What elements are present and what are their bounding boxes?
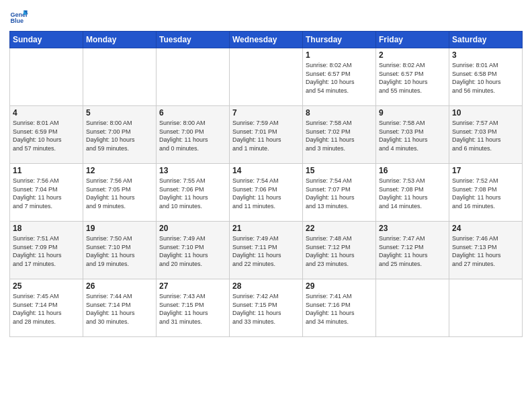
day-info: Sunrise: 7:53 AM Sunset: 7:08 PM Dayligh… bbox=[379, 177, 446, 210]
calendar-cell: 24Sunrise: 7:46 AM Sunset: 7:13 PM Dayli… bbox=[449, 222, 523, 279]
calendar-cell: 10Sunrise: 7:57 AM Sunset: 7:03 PM Dayli… bbox=[449, 106, 523, 164]
page-container: General Blue SundayMondayTuesdayWednesda… bbox=[0, 0, 532, 411]
calendar-cell: 3Sunrise: 8:01 AM Sunset: 6:58 PM Daylig… bbox=[449, 48, 523, 106]
day-number: 1 bbox=[306, 50, 373, 60]
calendar-cell: 8Sunrise: 7:58 AM Sunset: 7:02 PM Daylig… bbox=[303, 106, 376, 164]
day-number: 3 bbox=[452, 50, 519, 60]
day-info: Sunrise: 7:54 AM Sunset: 7:07 PM Dayligh… bbox=[306, 177, 373, 210]
day-number: 25 bbox=[13, 281, 80, 291]
day-number: 6 bbox=[159, 108, 226, 118]
day-number: 10 bbox=[452, 108, 519, 118]
day-info: Sunrise: 7:42 AM Sunset: 7:15 PM Dayligh… bbox=[232, 292, 300, 326]
day-number: 14 bbox=[232, 166, 300, 175]
day-number: 2 bbox=[379, 50, 446, 60]
day-number: 8 bbox=[306, 108, 373, 118]
calendar-cell: 7Sunrise: 7:59 AM Sunset: 7:01 PM Daylig… bbox=[230, 106, 303, 164]
calendar-dow-friday: Friday bbox=[376, 32, 449, 48]
calendar-week-2: 11Sunrise: 7:56 AM Sunset: 7:04 PM Dayli… bbox=[10, 164, 523, 222]
day-number: 21 bbox=[232, 224, 300, 233]
logo: General Blue bbox=[9, 8, 31, 27]
calendar-header-row: SundayMondayTuesdayWednesdayThursdayFrid… bbox=[10, 32, 523, 48]
day-number: 27 bbox=[159, 281, 226, 291]
day-info: Sunrise: 7:49 AM Sunset: 7:10 PM Dayligh… bbox=[159, 234, 226, 268]
day-number: 28 bbox=[232, 281, 300, 291]
calendar-cell: 4Sunrise: 8:01 AM Sunset: 6:59 PM Daylig… bbox=[10, 106, 83, 164]
calendar-cell: 29Sunrise: 7:41 AM Sunset: 7:16 PM Dayli… bbox=[303, 279, 376, 337]
day-number: 11 bbox=[13, 166, 80, 175]
calendar-cell bbox=[83, 48, 157, 106]
day-info: Sunrise: 7:48 AM Sunset: 7:12 PM Dayligh… bbox=[306, 234, 373, 268]
calendar-cell: 12Sunrise: 7:56 AM Sunset: 7:05 PM Dayli… bbox=[83, 164, 157, 222]
day-info: Sunrise: 7:54 AM Sunset: 7:06 PM Dayligh… bbox=[232, 177, 300, 210]
calendar-cell: 22Sunrise: 7:48 AM Sunset: 7:12 PM Dayli… bbox=[303, 222, 376, 279]
calendar-dow-wednesday: Wednesday bbox=[230, 32, 303, 48]
day-info: Sunrise: 8:00 AM Sunset: 7:00 PM Dayligh… bbox=[86, 119, 153, 152]
day-info: Sunrise: 7:52 AM Sunset: 7:08 PM Dayligh… bbox=[452, 177, 519, 210]
day-number: 5 bbox=[86, 108, 153, 118]
logo-icon: General Blue bbox=[9, 8, 28, 27]
day-info: Sunrise: 8:02 AM Sunset: 6:57 PM Dayligh… bbox=[379, 61, 446, 95]
calendar-cell: 27Sunrise: 7:43 AM Sunset: 7:15 PM Dayli… bbox=[157, 279, 230, 337]
calendar-cell: 13Sunrise: 7:55 AM Sunset: 7:06 PM Dayli… bbox=[157, 164, 230, 222]
calendar-dow-monday: Monday bbox=[83, 32, 157, 48]
day-number: 18 bbox=[13, 224, 80, 233]
calendar-cell: 25Sunrise: 7:45 AM Sunset: 7:14 PM Dayli… bbox=[10, 279, 83, 337]
calendar-cell: 11Sunrise: 7:56 AM Sunset: 7:04 PM Dayli… bbox=[10, 164, 83, 222]
day-number: 13 bbox=[159, 166, 226, 175]
calendar-cell: 5Sunrise: 8:00 AM Sunset: 7:00 PM Daylig… bbox=[83, 106, 157, 164]
day-info: Sunrise: 7:49 AM Sunset: 7:11 PM Dayligh… bbox=[232, 234, 300, 268]
calendar-week-3: 18Sunrise: 7:51 AM Sunset: 7:09 PM Dayli… bbox=[10, 222, 523, 279]
calendar-week-4: 25Sunrise: 7:45 AM Sunset: 7:14 PM Dayli… bbox=[10, 279, 523, 337]
day-info: Sunrise: 7:55 AM Sunset: 7:06 PM Dayligh… bbox=[159, 177, 226, 210]
calendar-dow-sunday: Sunday bbox=[10, 32, 83, 48]
calendar-cell bbox=[157, 48, 230, 106]
day-info: Sunrise: 8:01 AM Sunset: 6:58 PM Dayligh… bbox=[452, 61, 519, 95]
calendar-cell: 21Sunrise: 7:49 AM Sunset: 7:11 PM Dayli… bbox=[230, 222, 303, 279]
calendar-cell bbox=[376, 279, 449, 337]
calendar-table: SundayMondayTuesdayWednesdayThursdayFrid… bbox=[9, 31, 523, 337]
day-number: 15 bbox=[306, 166, 373, 175]
day-info: Sunrise: 8:02 AM Sunset: 6:57 PM Dayligh… bbox=[306, 61, 373, 95]
day-info: Sunrise: 7:58 AM Sunset: 7:03 PM Dayligh… bbox=[379, 119, 446, 152]
day-info: Sunrise: 7:50 AM Sunset: 7:10 PM Dayligh… bbox=[86, 234, 153, 268]
day-info: Sunrise: 7:56 AM Sunset: 7:04 PM Dayligh… bbox=[13, 177, 80, 210]
day-info: Sunrise: 8:01 AM Sunset: 6:59 PM Dayligh… bbox=[13, 119, 80, 152]
calendar-cell: 28Sunrise: 7:42 AM Sunset: 7:15 PM Dayli… bbox=[230, 279, 303, 337]
calendar-cell: 26Sunrise: 7:44 AM Sunset: 7:14 PM Dayli… bbox=[83, 279, 157, 337]
day-number: 12 bbox=[86, 166, 153, 175]
calendar-week-0: 1Sunrise: 8:02 AM Sunset: 6:57 PM Daylig… bbox=[10, 48, 523, 106]
calendar-cell: 20Sunrise: 7:49 AM Sunset: 7:10 PM Dayli… bbox=[157, 222, 230, 279]
day-info: Sunrise: 7:47 AM Sunset: 7:12 PM Dayligh… bbox=[379, 234, 446, 268]
day-info: Sunrise: 7:46 AM Sunset: 7:13 PM Dayligh… bbox=[452, 234, 519, 268]
day-info: Sunrise: 7:43 AM Sunset: 7:15 PM Dayligh… bbox=[159, 292, 226, 326]
day-number: 22 bbox=[306, 224, 373, 233]
day-number: 26 bbox=[86, 281, 153, 291]
day-number: 16 bbox=[379, 166, 446, 175]
calendar-cell: 6Sunrise: 8:00 AM Sunset: 7:00 PM Daylig… bbox=[157, 106, 230, 164]
calendar-dow-tuesday: Tuesday bbox=[157, 32, 230, 48]
day-info: Sunrise: 7:51 AM Sunset: 7:09 PM Dayligh… bbox=[13, 234, 80, 268]
calendar-cell bbox=[449, 279, 523, 337]
calendar-dow-saturday: Saturday bbox=[449, 32, 523, 48]
calendar-cell: 19Sunrise: 7:50 AM Sunset: 7:10 PM Dayli… bbox=[83, 222, 157, 279]
calendar-cell: 9Sunrise: 7:58 AM Sunset: 7:03 PM Daylig… bbox=[376, 106, 449, 164]
svg-text:Blue: Blue bbox=[10, 17, 24, 24]
day-number: 23 bbox=[379, 224, 446, 233]
day-number: 19 bbox=[86, 224, 153, 233]
day-info: Sunrise: 7:59 AM Sunset: 7:01 PM Dayligh… bbox=[232, 119, 300, 152]
calendar-cell bbox=[10, 48, 83, 106]
calendar-week-1: 4Sunrise: 8:01 AM Sunset: 6:59 PM Daylig… bbox=[10, 106, 523, 164]
calendar-cell: 23Sunrise: 7:47 AM Sunset: 7:12 PM Dayli… bbox=[376, 222, 449, 279]
calendar-cell: 1Sunrise: 8:02 AM Sunset: 6:57 PM Daylig… bbox=[303, 48, 376, 106]
day-number: 4 bbox=[13, 108, 80, 118]
day-number: 7 bbox=[232, 108, 300, 118]
calendar-cell: 17Sunrise: 7:52 AM Sunset: 7:08 PM Dayli… bbox=[449, 164, 523, 222]
calendar-cell: 15Sunrise: 7:54 AM Sunset: 7:07 PM Dayli… bbox=[303, 164, 376, 222]
day-number: 17 bbox=[452, 166, 519, 175]
calendar-dow-thursday: Thursday bbox=[303, 32, 376, 48]
calendar-cell: 2Sunrise: 8:02 AM Sunset: 6:57 PM Daylig… bbox=[376, 48, 449, 106]
day-number: 29 bbox=[306, 281, 373, 291]
calendar-cell: 14Sunrise: 7:54 AM Sunset: 7:06 PM Dayli… bbox=[230, 164, 303, 222]
day-info: Sunrise: 7:58 AM Sunset: 7:02 PM Dayligh… bbox=[306, 119, 373, 152]
day-info: Sunrise: 7:41 AM Sunset: 7:16 PM Dayligh… bbox=[306, 292, 373, 326]
